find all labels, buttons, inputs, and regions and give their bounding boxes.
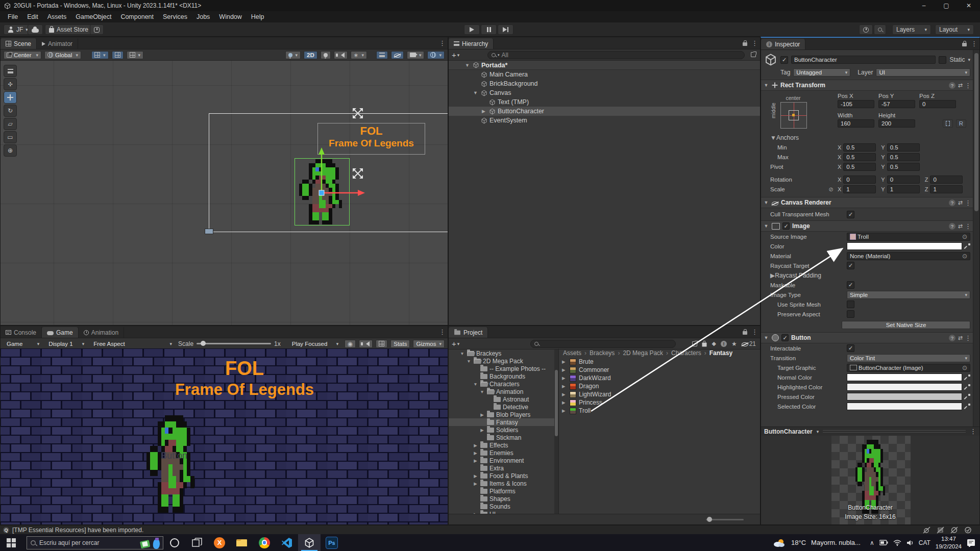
create-button[interactable]: +▾ — [452, 51, 459, 59]
move-gizmo[interactable] — [305, 142, 366, 204]
object-picker-icon[interactable]: ⊙ — [962, 365, 967, 371]
name-field[interactable]: ButtonCharacter — [791, 56, 936, 64]
expand-arrow[interactable]: ▶ — [473, 481, 478, 486]
folder-item[interactable]: Fantasy — [449, 418, 554, 426]
photoshop-button[interactable]: Ps — [321, 534, 343, 551]
game-tab[interactable]: Game — [42, 327, 79, 338]
close-button[interactable]: ✕ — [958, 0, 980, 11]
interactable-checkbox[interactable]: ✓ — [847, 344, 854, 352]
camera-dropdown[interactable]: ▾ — [407, 51, 425, 59]
hierarchy-item[interactable]: ▶ ButtonCharacter — [449, 107, 760, 116]
rotate-tool[interactable]: ↻ — [4, 105, 17, 117]
width-field[interactable]: 160 — [838, 119, 874, 128]
anchor-preset-widget[interactable]: center middle — [769, 95, 825, 129]
raw-edit-button[interactable]: R — [956, 119, 966, 128]
layer-dropdown[interactable]: UI▾ — [876, 68, 970, 77]
stats-button[interactable]: Stats — [390, 340, 410, 348]
folder-item[interactable]: Backgrounds — [449, 372, 554, 380]
status-message[interactable]: [TMP Essential Resources] have been impo… — [12, 527, 143, 534]
folder-item[interactable]: ▼ Brackeys — [449, 349, 554, 357]
blueprint-mode-button[interactable] — [943, 119, 953, 128]
minimize-button[interactable]: – — [913, 0, 935, 11]
menu-item[interactable]: GameObject — [71, 11, 116, 22]
project-tab[interactable]: Project — [449, 327, 488, 338]
eyedropper-icon[interactable] — [964, 374, 970, 381]
move-snap-button[interactable] — [112, 51, 124, 59]
expand-arrow[interactable]: ▶ — [480, 109, 487, 114]
pause-button[interactable] — [481, 24, 497, 35]
rect-tool[interactable]: ▭ — [4, 131, 17, 143]
cortana-button[interactable] — [163, 534, 186, 551]
tag-dropdown[interactable]: Untagged▾ — [793, 68, 850, 77]
anchor-min-y[interactable]: 0.5 — [887, 143, 920, 152]
game-tab[interactable]: Console — [1, 327, 42, 338]
rect-resize-handle[interactable] — [205, 229, 213, 234]
scene-tab[interactable]: Animator — [37, 38, 78, 49]
layers-dropdown[interactable]: Layers▾ — [892, 24, 931, 35]
set-native-size-button[interactable]: Set Native Size — [842, 321, 970, 329]
open-window-icon[interactable] — [692, 341, 697, 346]
expand-arrow[interactable]: ▶ — [473, 450, 478, 456]
image-enabled-checkbox[interactable]: ✓ — [782, 222, 790, 230]
cache-disabled-icon[interactable] — [937, 527, 944, 534]
game-viewport[interactable]: FOL Frame Of Legends Button — [1, 348, 448, 524]
chrome-button[interactable] — [253, 534, 276, 551]
scene-visibility-toggle[interactable] — [391, 51, 404, 59]
breadcrumb-item[interactable]: Brackeys — [590, 349, 620, 357]
folder-item[interactable]: ▼ Characters — [449, 380, 554, 388]
increment-snap-button[interactable]: ▾ — [127, 51, 144, 59]
static-dropdown-icon[interactable]: ▾ — [968, 57, 970, 62]
folder-item[interactable]: ▶ Environment — [449, 457, 554, 464]
lighting-toggle[interactable] — [321, 51, 331, 59]
task-view-button[interactable] — [186, 534, 208, 551]
scale-tool[interactable]: ▱ — [4, 118, 17, 130]
pos-x-field[interactable]: -105 — [838, 100, 874, 108]
asset-item[interactable]: ▶ Troll — [559, 407, 760, 415]
breadcrumb-item[interactable]: Fantasy — [709, 349, 732, 357]
lock-icon[interactable] — [962, 43, 967, 46]
eyedropper-icon[interactable] — [964, 394, 970, 400]
folder-item[interactable]: Sounds — [449, 503, 554, 510]
folder-item[interactable]: Detective — [449, 403, 554, 411]
folder-item[interactable]: ▼ Animation — [449, 388, 554, 395]
asset-item[interactable]: ▶ Dragon — [559, 382, 760, 390]
inspector-scrollbar[interactable] — [973, 50, 979, 427]
expand-arrow[interactable]: ▶ — [562, 400, 567, 405]
kebab-icon[interactable]: ⋮ — [965, 199, 971, 207]
troll-button-sprite[interactable] — [143, 415, 202, 513]
expand-arrow[interactable]: ▼ — [459, 351, 465, 356]
expand-arrow[interactable]: ▶ — [473, 473, 478, 479]
hierarchy-item[interactable]: Text (TMP) — [449, 97, 760, 107]
target-graphic-field[interactable]: ButtonCharacter (Image)⊙ — [847, 364, 970, 372]
expand-arrow[interactable]: ▶ — [479, 428, 485, 433]
kebab-icon[interactable]: ⋮ — [971, 40, 977, 47]
raycast-padding-foldout[interactable]: Raycast Padding — [775, 272, 821, 279]
hierarchy-search[interactable]: ▾ All — [487, 51, 745, 59]
lock-icon[interactable] — [743, 331, 747, 335]
folder-item[interactable]: ▶ Items & Icons — [449, 480, 554, 487]
orientation-dropdown[interactable]: Global▾ — [44, 51, 81, 59]
eyedropper-icon[interactable] — [964, 404, 970, 410]
game-tab[interactable]: Animation — [79, 327, 124, 338]
asset-item[interactable]: ▶ Commoner — [559, 366, 760, 374]
expand-arrow[interactable]: ▶ — [479, 412, 485, 417]
normal-color-swatch[interactable] — [847, 373, 962, 381]
active-checkbox[interactable]: ✓ — [780, 56, 788, 64]
favorite-icon[interactable]: ★ — [731, 340, 737, 347]
step-button[interactable] — [498, 24, 513, 35]
effects-dropdown[interactable]: ∗▾ — [351, 51, 367, 59]
kebab-icon[interactable]: ⋮ — [439, 39, 446, 47]
expand-arrow[interactable]: ▶ — [562, 408, 567, 413]
help-icon[interactable]: ? — [949, 223, 955, 230]
xampp-button[interactable]: X — [208, 534, 231, 551]
debug-toggle[interactable]: ◉ — [345, 340, 356, 348]
folder-item[interactable]: Platforms — [449, 487, 554, 495]
audio-toggle[interactable] — [334, 51, 348, 59]
eyedropper-icon[interactable] — [964, 243, 970, 249]
notifications-icon[interactable] — [967, 539, 976, 547]
menu-item[interactable]: Services — [158, 11, 192, 22]
collab-disabled-icon[interactable] — [950, 527, 958, 534]
lock-icon[interactable] — [743, 42, 747, 46]
folder-item[interactable]: -- Example Photos -- — [449, 365, 554, 372]
expand-arrow[interactable]: ▶ — [473, 458, 478, 463]
